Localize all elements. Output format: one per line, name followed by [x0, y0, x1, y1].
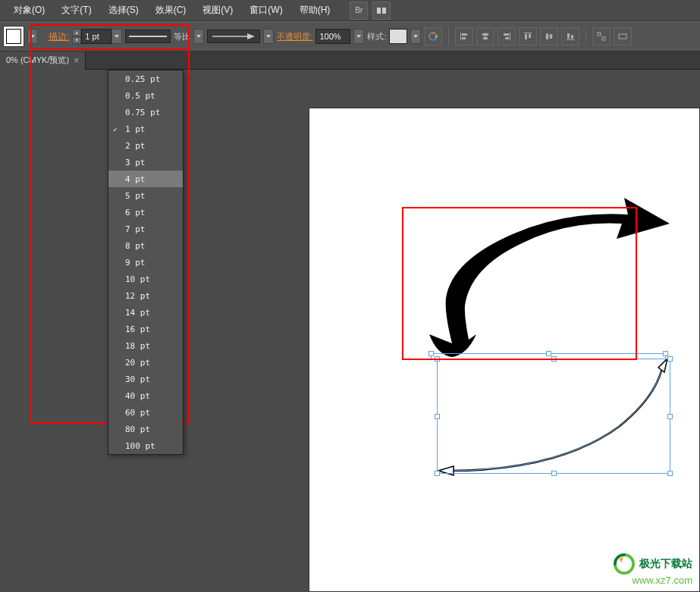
curved-arrow-thick[interactable] — [416, 192, 666, 351]
control-bar: 描边: ▲ ▼ 1 pt 等比 不透明度: 100% 样式: — [0, 21, 700, 52]
selection-handle[interactable] — [428, 351, 434, 356]
menu-help[interactable]: 帮助(H) — [292, 1, 338, 20]
selection-handle[interactable] — [435, 356, 440, 362]
stroke-weight-option[interactable]: 30 pt — [108, 371, 183, 387]
stroke-weight-option[interactable]: 1 pt — [108, 121, 183, 137]
opacity-dropdown[interactable] — [353, 29, 364, 44]
brush-preview[interactable] — [207, 30, 260, 43]
stroke-weight-option[interactable]: 16 pt — [108, 321, 183, 337]
selection-handle[interactable] — [551, 356, 557, 362]
svg-rect-28 — [619, 34, 626, 39]
stroke-weight-option[interactable]: 18 pt — [108, 337, 183, 354]
selection-handle[interactable] — [546, 351, 551, 356]
selection-handle[interactable] — [435, 471, 440, 476]
shape-icon[interactable] — [614, 27, 632, 45]
stroke-weight-dropdown[interactable] — [111, 29, 122, 44]
menu-effect[interactable]: 效果(C) — [148, 1, 194, 20]
svg-marker-3 — [247, 33, 255, 39]
stroke-weight-option[interactable]: 80 pt — [108, 421, 183, 437]
selection-handle[interactable] — [667, 356, 673, 362]
opacity-label[interactable]: 不透明度: — [277, 31, 312, 42]
stroke-weight-menu: 0.25 pt0.5 pt0.75 pt1 pt2 pt3 pt4 pt5 pt… — [108, 70, 184, 455]
menu-window[interactable]: 窗口(W) — [242, 1, 290, 20]
selection-handle[interactable] — [663, 351, 668, 356]
opacity-field[interactable]: 100% — [315, 29, 350, 44]
stroke-weight-option[interactable]: 14 pt — [108, 304, 183, 321]
stroke-weight-option[interactable]: 3 pt — [108, 154, 183, 171]
svg-rect-16 — [505, 37, 509, 39]
stroke-weight-option[interactable]: 8 pt — [108, 237, 183, 254]
stroke-weight-option[interactable]: 0.25 pt — [108, 70, 183, 87]
style-dropdown[interactable] — [410, 29, 421, 44]
stroke-weight-option[interactable]: 20 pt — [108, 354, 183, 371]
stroke-weight-option[interactable]: 9 pt — [108, 254, 183, 271]
stroke-profile-preview[interactable] — [125, 30, 171, 43]
stroke-weight-option[interactable]: 0.5 pt — [108, 87, 183, 104]
stroke-profile-dropdown[interactable] — [193, 29, 204, 44]
stroke-weight-option[interactable]: 100 pt — [108, 437, 183, 454]
selection-handle[interactable] — [551, 471, 557, 476]
stroke-weight-option[interactable]: 10 pt — [108, 271, 183, 287]
stroke-up-icon[interactable]: ▲ — [72, 29, 81, 36]
stroke-weight-field[interactable]: 1 pt — [81, 29, 111, 44]
svg-rect-17 — [524, 33, 532, 33]
align-bottom-icon[interactable] — [561, 27, 579, 45]
profile-label: 等比 — [174, 31, 190, 42]
fill-dropdown[interactable] — [27, 29, 38, 44]
svg-rect-23 — [567, 39, 574, 40]
menu-text[interactable]: 文字(T) — [54, 1, 99, 20]
stroke-weight-option[interactable]: 0.75 pt — [108, 104, 183, 121]
align-vcenter-icon[interactable] — [540, 27, 558, 45]
selection-handle[interactable] — [667, 414, 673, 419]
document-tab[interactable]: 0% (CMYK/预览) × — [0, 52, 86, 70]
selection-bounds-2 — [437, 359, 670, 474]
document-tab-title: 0% (CMYK/预览) — [6, 55, 69, 66]
style-swatch[interactable] — [389, 29, 407, 44]
svg-rect-0 — [377, 8, 381, 14]
stroke-weight-option[interactable]: 2 pt — [108, 137, 183, 154]
svg-rect-15 — [504, 33, 509, 36]
artboard[interactable] — [309, 108, 700, 592]
stroke-weight-option[interactable]: 6 pt — [108, 204, 183, 221]
workspace: 0.25 pt0.5 pt0.75 pt1 pt2 pt3 pt4 pt5 pt… — [0, 70, 700, 592]
toolbar-divider-2 — [585, 27, 586, 45]
svg-rect-24 — [567, 33, 570, 39]
align-top-icon[interactable] — [519, 27, 537, 45]
stroke-weight-option[interactable]: 40 pt — [108, 387, 183, 404]
curved-arrow-thin[interactable] — [437, 359, 680, 480]
toolbar-divider — [448, 27, 449, 45]
menu-object[interactable]: 对象(O) — [6, 1, 52, 20]
bridge-icon[interactable]: Br — [350, 2, 368, 20]
selection-handle[interactable] — [667, 471, 673, 476]
stroke-down-icon[interactable]: ▼ — [72, 36, 81, 44]
stroke-label[interactable]: 描边: — [49, 30, 69, 43]
stroke-weight-spinner[interactable]: ▲ ▼ 1 pt — [72, 29, 122, 44]
transform-icon[interactable] — [592, 27, 611, 45]
align-left-icon[interactable] — [455, 27, 473, 45]
svg-rect-14 — [510, 33, 510, 40]
svg-rect-9 — [462, 33, 467, 36]
close-icon[interactable]: × — [74, 55, 79, 66]
stroke-weight-option[interactable]: 7 pt — [108, 221, 183, 237]
menu-select[interactable]: 选择(S) — [101, 1, 146, 20]
stroke-weight-option[interactable]: 4 pt — [108, 171, 183, 187]
stroke-weight-option[interactable]: 5 pt — [108, 187, 183, 204]
svg-rect-1 — [382, 8, 386, 14]
stroke-weight-option[interactable]: 12 pt — [108, 287, 183, 304]
svg-point-6 — [435, 36, 438, 38]
selection-handle[interactable] — [435, 414, 440, 419]
fill-swatch[interactable] — [3, 26, 24, 47]
recolor-icon[interactable] — [424, 27, 442, 45]
svg-rect-19 — [529, 34, 531, 38]
arrange-icon[interactable] — [372, 2, 391, 20]
svg-rect-25 — [571, 35, 573, 39]
svg-rect-22 — [550, 34, 552, 39]
stroke-weight-option[interactable]: 60 pt — [108, 404, 183, 421]
align-right-icon[interactable] — [498, 27, 516, 45]
brush-dropdown[interactable] — [263, 29, 274, 44]
watermark-url: www.xz7.com — [614, 575, 692, 586]
menu-view[interactable]: 视图(V) — [195, 1, 240, 20]
svg-rect-13 — [483, 37, 488, 39]
align-hcenter-icon[interactable] — [476, 27, 494, 45]
svg-rect-21 — [546, 33, 548, 39]
